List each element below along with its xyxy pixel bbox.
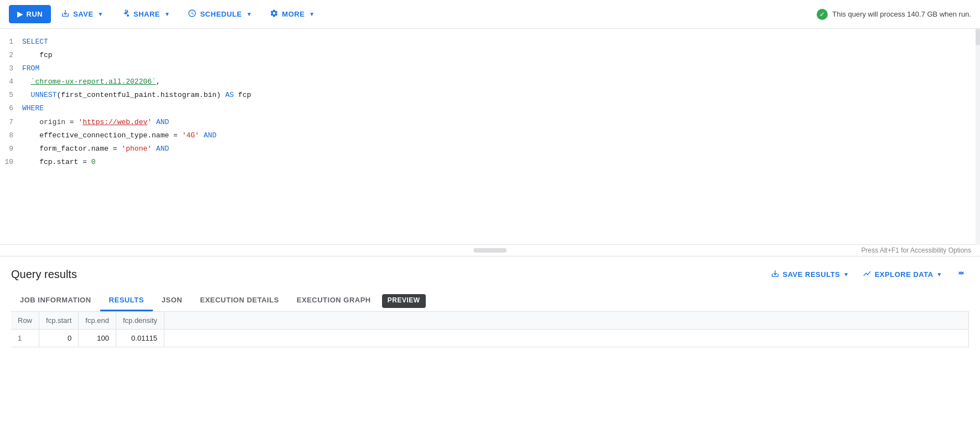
run-label: RUN: [27, 10, 43, 18]
scrollbar-thumb: [976, 29, 980, 45]
share-chevron-icon: ▼: [164, 11, 170, 17]
save-results-label: SAVE RESULTS: [783, 270, 840, 279]
code-editor-wrapper: 1 SELECT 2 fcp 3 FROM 4 `chrome-ux-repor…: [0, 29, 980, 245]
vertical-scrollbar[interactable]: [976, 29, 980, 245]
code-line-5: 5 UNNEST(first_contentful_paint.histogra…: [0, 89, 980, 102]
accessibility-hint: Press Alt+F1 for Accessibility Options: [862, 246, 971, 254]
col-header-extra: [164, 312, 969, 330]
toolbar: ▶ RUN SAVE ▼ SHARE ▼ SCHEDULE ▼ MORE ▼ ✓…: [0, 0, 980, 29]
tab-preview[interactable]: PREVIEW: [382, 294, 426, 308]
share-icon: [121, 9, 130, 19]
cell-extra: [164, 330, 969, 347]
code-line-7: 7 origin = 'https://web.dev' AND: [0, 116, 980, 129]
code-line-4: 4 `chrome-ux-report.all.202206`,: [0, 75, 980, 89]
code-line-1: 1 SELECT: [0, 35, 980, 49]
save-button[interactable]: SAVE ▼: [53, 4, 111, 24]
code-line-10: 10 fcp.start = 0: [0, 156, 980, 169]
results-section: Query results SAVE RESULTS ▼ EXPLORE DAT…: [0, 256, 980, 347]
results-actions: SAVE RESULTS ▼ EXPLORE DATA ▼: [768, 265, 969, 284]
scrollbar-area: Press Alt+F1 for Accessibility Options: [0, 245, 980, 256]
code-line-8: 8 effective_connection_type.name = '4G' …: [0, 129, 980, 142]
share-label: SHARE: [133, 10, 160, 18]
save-results-button[interactable]: SAVE RESULTS ▼: [768, 267, 852, 282]
tab-job-information[interactable]: JOB INFORMATION: [11, 290, 100, 311]
code-editor[interactable]: 1 SELECT 2 fcp 3 FROM 4 `chrome-ux-repor…: [0, 29, 980, 245]
schedule-icon: [188, 9, 197, 19]
horizontal-scrollbar-track[interactable]: [473, 248, 507, 253]
table-header-row: Row fcp.start fcp.end fcp.density: [11, 312, 969, 330]
code-line-9: 9 form_factor.name = 'phone' AND: [0, 142, 980, 156]
save-chevron-icon: ▼: [98, 11, 104, 17]
more-label: MORE: [282, 10, 305, 18]
save-results-chevron: ▼: [843, 271, 849, 277]
save-label: SAVE: [73, 10, 93, 18]
tab-json[interactable]: JSON: [153, 290, 191, 311]
tab-execution-graph[interactable]: EXECUTION GRAPH: [288, 290, 380, 311]
col-header-row: Row: [11, 312, 39, 330]
save-icon: [61, 9, 70, 19]
schedule-button[interactable]: SCHEDULE ▼: [180, 4, 260, 24]
cell-row-num: 1: [11, 330, 39, 347]
expand-results-button[interactable]: [953, 265, 969, 284]
col-header-fcp-start: fcp.start: [39, 312, 79, 330]
more-button[interactable]: MORE ▼: [262, 4, 322, 24]
explore-data-icon: [863, 269, 871, 280]
play-icon: ▶: [17, 10, 23, 18]
schedule-chevron-icon: ▼: [246, 11, 252, 17]
col-header-fcp-end: fcp.end: [79, 312, 116, 330]
code-line-6: 6 WHERE: [0, 102, 980, 115]
code-line-3: 3 FROM: [0, 62, 980, 75]
query-info-text: This query will process 140.7 GB when ru…: [832, 10, 971, 18]
cell-fcp-end: 100: [79, 330, 116, 347]
tabs-bar: JOB INFORMATION RESULTS JSON EXECUTION D…: [11, 290, 969, 312]
results-title: Query results: [11, 268, 77, 281]
tab-execution-details[interactable]: EXECUTION DETAILS: [191, 290, 288, 311]
explore-data-label: EXPLORE DATA: [875, 270, 933, 279]
tab-results[interactable]: RESULTS: [100, 290, 153, 311]
table-row: 1 0 100 0.01115: [11, 330, 969, 347]
check-icon: ✓: [817, 9, 828, 20]
schedule-label: SCHEDULE: [200, 10, 242, 18]
explore-data-chevron: ▼: [937, 271, 942, 277]
results-header: Query results SAVE RESULTS ▼ EXPLORE DAT…: [11, 265, 969, 284]
col-header-fcp-density: fcp.density: [116, 312, 164, 330]
save-results-icon: [771, 269, 780, 280]
run-button[interactable]: ▶ RUN: [9, 5, 51, 23]
query-info: ✓ This query will process 140.7 GB when …: [817, 9, 971, 20]
code-line-2: 2 fcp: [0, 49, 980, 62]
cell-fcp-start: 0: [39, 330, 79, 347]
results-table: Row fcp.start fcp.end fcp.density 1 0 10…: [11, 312, 969, 347]
more-chevron-icon: ▼: [309, 11, 314, 17]
share-button[interactable]: SHARE ▼: [114, 4, 178, 24]
gear-icon: [270, 9, 278, 19]
explore-data-button[interactable]: EXPLORE DATA ▼: [860, 267, 945, 282]
cell-fcp-density: 0.01115: [116, 330, 164, 347]
